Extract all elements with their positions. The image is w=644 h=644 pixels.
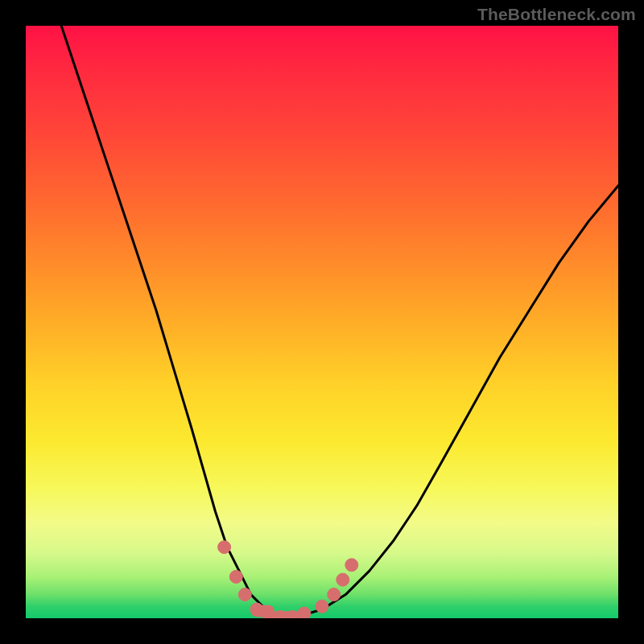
curve-marker bbox=[336, 573, 349, 586]
curve-marker-blob bbox=[271, 611, 301, 618]
curve-svg bbox=[26, 26, 618, 618]
curve-marker bbox=[229, 571, 242, 584]
bottleneck-curve-path bbox=[61, 26, 618, 618]
curve-marker bbox=[238, 588, 251, 601]
marker-layer bbox=[218, 541, 358, 618]
curve-marker bbox=[218, 541, 231, 554]
plot-area bbox=[26, 26, 618, 618]
curve-marker-blob bbox=[251, 605, 275, 617]
watermark-text: TheBottleneck.com bbox=[477, 5, 636, 24]
curve-marker bbox=[328, 588, 341, 601]
chart-stage: TheBottleneck.com bbox=[0, 0, 644, 644]
curve-marker bbox=[345, 559, 358, 572]
curve-layer bbox=[61, 26, 618, 618]
curve-marker bbox=[316, 600, 328, 613]
